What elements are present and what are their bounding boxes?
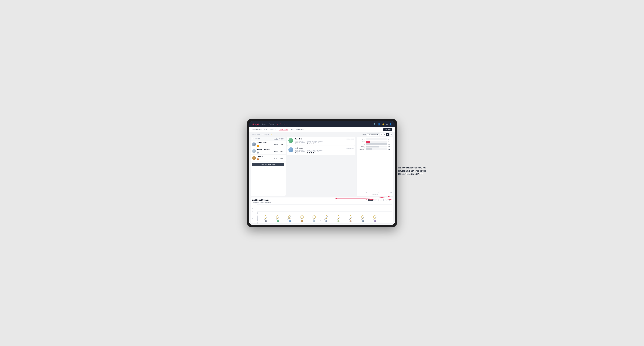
bar-container-birdies [366, 141, 387, 143]
stat-activities-label-1: Total Practice Activities [307, 141, 323, 142]
list-view-btn[interactable]: ☰ [383, 133, 386, 136]
player-badge-1: 1 [257, 145, 259, 147]
nav-teams[interactable]: Teams [269, 123, 274, 125]
streaks-chart-container: Best Streak, Fairway Accuracy [252, 204, 392, 222]
bar-label-dbogeys: D. Bogeys + [358, 149, 366, 150]
tournament-val-1: 8 [295, 143, 296, 145]
player-row-3[interactable]: Cameron... 3 17/20 103 [250, 155, 286, 162]
stat-activities-1: Total Practice Activities OTT APP ARG PU… [307, 141, 323, 145]
practice-label-1: Practice [301, 142, 305, 143]
tablet-frame: clippd Home Teams My Performance 🔍 👤 🔔 ⊕… [247, 119, 397, 227]
streak-avatar-crossman [325, 220, 328, 222]
show-label: Show [362, 134, 366, 135]
avatar-icon[interactable]: 👤 [390, 123, 392, 126]
sub-nav-pgat[interactable]: PGAT Players [252, 128, 262, 131]
player-table-header: PLAYER NAME PB SCORE PB AVG SQ [250, 137, 286, 141]
chart-area: 7x E. Ebert 6x B. McHerg [257, 204, 392, 219]
settings-view-btn[interactable]: ⚙ [390, 133, 392, 136]
player-badge-2: 2 [257, 152, 259, 154]
streaks-arrow: ← [270, 199, 272, 201]
player-row-1[interactable]: Richard Butler 1 19/20 110 [250, 141, 286, 148]
team-header: Team Clippd | 14 Players ✏️ Show Last 3 … [249, 132, 395, 137]
view-icons: ⊞ ☰ ▣ ⚙ [380, 133, 392, 136]
player-row-2[interactable]: Edward Crossman 2 18/20 107 [250, 148, 286, 155]
stat-rounds-label-1: Total Rounds [295, 141, 305, 142]
sub-nav-team-clippd[interactable]: Team Clippd [279, 128, 288, 131]
filter-putt[interactable]: PUTT [384, 199, 390, 201]
card-view-btn[interactable]: ▣ [386, 133, 389, 136]
y-axis-labels: 0 2 4 6 8 [252, 204, 253, 219]
sub-nav-links: PGAT Players PGA Hcaps 1-5 Team Clippd T… [252, 128, 383, 131]
card-stats-2: Total Rounds Tournament Practice 7 2 [295, 150, 354, 154]
user-icon[interactable]: 👤 [378, 123, 380, 126]
card-avatar-1 [288, 138, 293, 143]
bar-label-birdies: Birdies [358, 141, 366, 142]
y-label-6: 6 [252, 208, 253, 209]
player-cards-panel: Rees Britt 02 Sep 2023 Total Rounds Tour… [287, 137, 355, 196]
sub-nav-tour[interactable]: Tour [290, 128, 294, 131]
bar-dbogeys: D. Bogeys + 131 [358, 148, 392, 150]
player-name-3: Cameron... [257, 156, 273, 157]
streak-avatar-ebert [264, 220, 267, 222]
streak-avatar-ford [338, 220, 340, 222]
card-stats-1: Total Rounds Tournament Practice 8 4 [295, 141, 354, 145]
chart-x-axis: 0 200 400 [358, 192, 392, 193]
bar-eagles: Eagles 3 [358, 138, 392, 140]
bar-label-pars: Pars [358, 144, 366, 145]
player-avg-2: 107 [279, 151, 284, 152]
y-label-4: 4 [252, 211, 253, 212]
player-name-1: Richard Butler [257, 142, 273, 144]
bar-container-bogeys [366, 146, 387, 148]
filter-arg[interactable]: ARG [378, 199, 384, 201]
add-team-button[interactable]: Add Team [383, 128, 392, 131]
streaks-title: Best Round Streaks [252, 199, 268, 201]
gridline-75 [257, 208, 392, 208]
col-player-name: PLAYER NAME [252, 138, 273, 140]
view-full-leaderboard-btn[interactable]: View Full Leaderboard [252, 163, 284, 166]
streak-avatar-coles [301, 220, 303, 222]
sub-nav-all-players[interactable]: All Players [296, 128, 304, 131]
player-info-3: Cameron... 3 [257, 156, 273, 161]
bell-icon[interactable]: 🔔 [382, 123, 384, 126]
gridline-50 [257, 211, 392, 212]
player-name-2: Edward Crossman [257, 149, 273, 151]
gridline-top [257, 204, 392, 205]
avatar-1 [252, 142, 256, 146]
player-score-2: 18/20 [273, 151, 279, 152]
filter-ott[interactable]: OTT [368, 199, 373, 201]
sub-nav-pga[interactable]: PGA [264, 128, 267, 131]
player-info-2: Edward Crossman 2 [257, 149, 273, 154]
player-avg-3: 103 [279, 157, 284, 159]
bar-container-eagles [366, 138, 387, 140]
bar-value-eagles: 3 [388, 139, 392, 140]
sub-nav-hcaps[interactable]: Hcaps 1-5 [270, 128, 277, 131]
team-title: Team Clippd | 14 Players ✏️ [252, 134, 362, 135]
filter-app[interactable]: APP [373, 199, 378, 201]
nav-home[interactable]: Home [262, 123, 267, 125]
y-label-8: 8 [252, 204, 253, 205]
tablet-screen: clippd Home Teams My Performance 🔍 👤 🔔 ⊕… [249, 121, 395, 225]
streaks-filters: OTT APP ARG PUTT ← [368, 199, 392, 201]
y-label-0: 0 [252, 218, 253, 219]
target-icon[interactable]: ⊕ [386, 123, 388, 126]
period-dropdown[interactable]: Last 3 months ▾ [366, 133, 379, 136]
main-content: Team Clippd | 14 Players ✏️ Show Last 3 … [249, 132, 395, 225]
streak-avatar-quick [374, 220, 376, 222]
search-icon[interactable]: 🔍 [374, 123, 376, 126]
nav-links: Home Teams My Performance [262, 123, 374, 125]
streak-avatar-mcherg [277, 220, 279, 222]
player-card-1: Rees Britt 02 Sep 2023 Total Rounds Tour… [287, 137, 355, 146]
practice-val-1: 4 [296, 143, 298, 145]
player-score-1: 19/20 [273, 144, 279, 145]
player-avg-1: 110 [279, 144, 284, 145]
bar-value-bogeys: 311 [388, 146, 392, 147]
col-pb-score: PB SCORE [273, 138, 279, 140]
leaderboard-panel: PLAYER NAME PB SCORE PB AVG SQ Richard B… [250, 137, 286, 196]
grid-view-btn[interactable]: ⊞ [380, 133, 383, 136]
streak-avatar-miller [350, 220, 352, 222]
sub-nav: PGAT Players PGA Hcaps 1-5 Team Clippd T… [249, 127, 395, 132]
player-card-2: Josh Coles 26 Aug 2023 Total Rounds Tour… [287, 146, 355, 155]
streak-avatar-billingham [289, 220, 291, 222]
bar-container-pars [366, 143, 387, 145]
nav-my-performance[interactable]: My Performance [277, 123, 290, 125]
